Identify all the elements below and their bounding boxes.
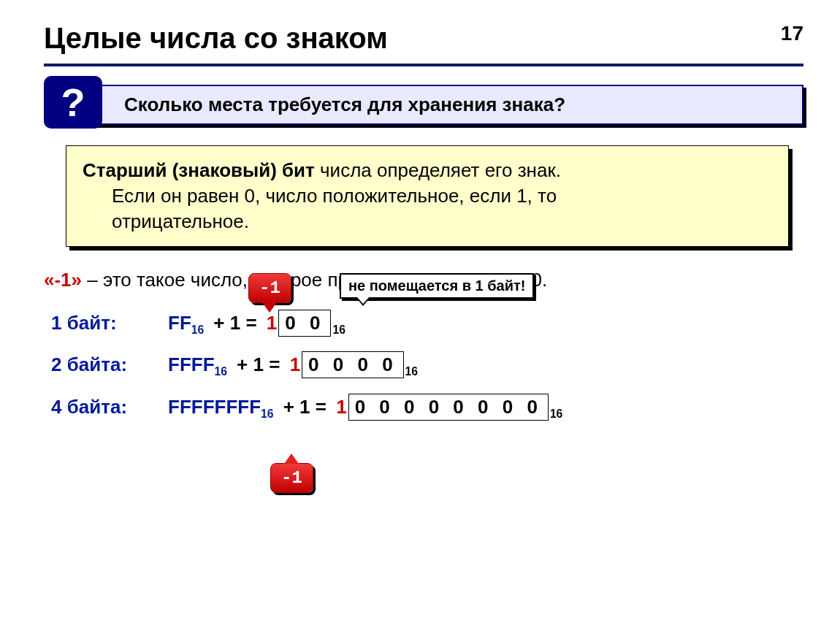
equation-row-2byte: 2 байта: FFFF16 + 1 = 10 0 0 016 [51,351,803,378]
callout-red-top: -1 [248,273,291,303]
definition-line2: Если он равен 0, число положительное, ес… [83,183,772,209]
hex-sub: 16 [215,366,227,378]
question-text: Сколько места требуется для хранения зна… [79,85,803,125]
row-label: 2 байта: [51,353,168,376]
row-label: 4 байта: [51,396,168,418]
callout-overflow-note: не помещается в 1 байт! [340,273,534,299]
definition-line3: отрицательное. [83,209,772,234]
result-sub: 16 [332,324,345,336]
definition-block: Старший (знаковый) бит числа определяет … [66,145,789,247]
definition-bold: Старший (знаковый) бит [83,159,315,181]
result-sub: 16 [405,366,418,378]
result-sub: 16 [550,408,562,420]
question-mark-icon: ? [44,76,102,129]
leading-one: 1 [336,396,346,418]
definition-text: Старший (знаковый) бит числа определяет … [66,145,789,247]
slide-title: Целые числа со знаком [44,22,803,55]
plus-eq: + 1 = [278,396,332,418]
minus-one-quoted: «-1» [44,269,82,291]
page-number: 17 [781,22,803,45]
zeros-box: 0 0 0 0 0 0 0 0 [348,394,549,421]
hex-sub: 16 [261,408,273,420]
equation-row-4byte: 4 байта: FFFFFFFF16 + 1 = 10 0 0 0 0 0 0… [51,394,803,421]
plus-eq: + 1 = [208,312,262,334]
equations-block: -1 не помещается в 1 байт! 1 байт: FF16 … [51,310,803,421]
title-underline [44,64,803,66]
hex-sub: 16 [191,324,204,336]
hex-value: FFFF [168,353,215,375]
equation-row-1byte: 1 байт: FF16 + 1 = 10 016 [51,310,803,337]
callout-red-bottom: -1 [270,463,313,493]
definition-rest1: числа определяет его знак. [315,159,561,181]
slide: 17 Целые числа со знаком ? Сколько места… [0,0,840,457]
leading-one: 1 [290,353,300,375]
zeros-box: 0 0 [278,310,331,337]
hex-value: FF [168,312,191,334]
hex-value: FFFFFFFF [168,396,261,418]
row-label: 1 байт: [51,312,168,334]
leading-one: 1 [267,312,277,334]
zeros-box: 0 0 0 0 [302,351,404,378]
question-block: ? Сколько места требуется для хранения з… [44,85,803,125]
plus-eq: + 1 = [232,353,286,375]
